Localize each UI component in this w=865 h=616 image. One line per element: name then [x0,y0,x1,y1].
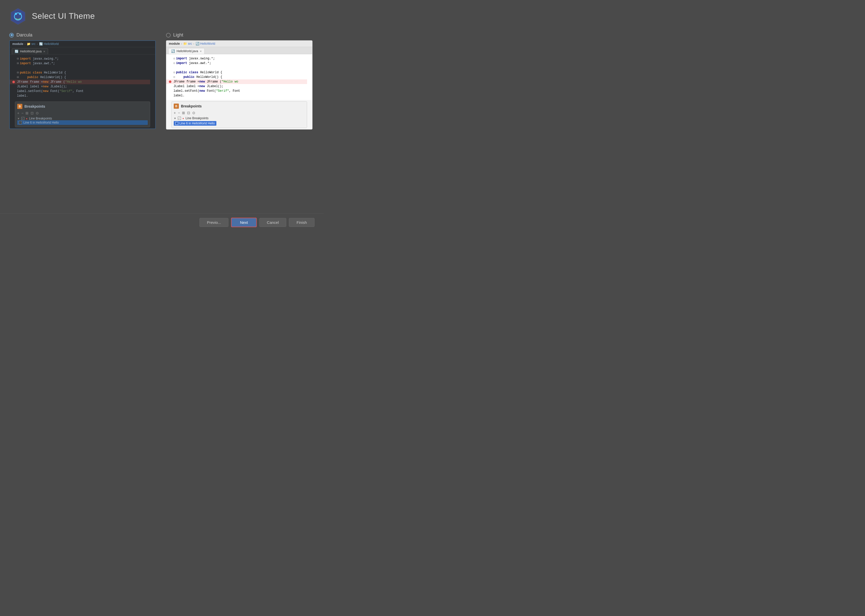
previous-button[interactable]: Previo... [199,218,228,227]
bp-line6-label-l: Line 6 in HelloWorld Hello [179,121,215,125]
darcula-tabs: 🔄 HelloWorld.java ✕ [10,47,155,55]
code-line-d5: JFrame frame = new JFrame ( "Hello wo [10,80,150,84]
bp-group-d[interactable]: ⊞ [25,111,28,115]
darcula-radio[interactable] [9,33,14,38]
bp-check-d2[interactable] [19,121,22,124]
bp-add-l[interactable]: + [174,111,176,115]
kw-l7: new [199,89,205,93]
fold-l1: ⊟ [173,57,175,61]
darcula-bp-item1: ▼ ● Line Breakpoints [17,117,148,120]
kw-l4: public [176,75,195,79]
str-d7: "Serif" [60,89,72,94]
fold-d1: ⊟ [17,57,19,61]
code-line-l4: ⊟ public HelloWorld() { [169,75,310,79]
code-d6b: JLabel(); [48,84,67,89]
code-l7c: , Font [229,89,240,93]
bp-add-d[interactable]: + [17,111,19,115]
fold-d2: ⊟ [17,61,19,66]
code-d7: label.setFont( [17,89,43,94]
code-line-d2: ⊟ import javax.awt.*; [13,61,153,66]
darcula-tab-label: HelloWorld.java [20,50,42,53]
fold-d3: ⊟ [17,71,19,75]
darcula-preview: module › 📁 src › 🔄 HelloWorld 🔄 HelloWor… [9,40,156,129]
bp-check-l1[interactable] [178,117,181,120]
code-d5a: JFrame frame = [17,80,43,84]
light-preview: module › 📁 src › 🔄 HelloWorld 🔄 HelloWor… [166,40,312,129]
code-d2: javax.awt.*; [31,61,55,66]
bp-export-l[interactable]: ⊡ [187,111,190,115]
bp-check-d1[interactable] [21,117,24,120]
kw-d4: public [20,75,38,80]
kw-d3: public class [20,71,42,75]
tab-icon-d: 🔄 [15,50,19,53]
code-line-l8: label. [169,93,310,98]
code-l1: javax.swing.*; [187,56,215,61]
header: Select UI Theme [0,0,324,30]
code-d7b: Font( [48,89,60,94]
breakpoint-dot-l [169,80,171,83]
bp-view-l[interactable]: ⊙ [192,111,195,115]
bp-group-l[interactable]: ⊞ [182,111,185,115]
code-line-d6: JLabel label = new JLabel(); [13,84,153,89]
code-line-l2: ⊟ import javax.awt.*; [169,61,310,66]
code-line-d7: label.setFont( new Font( "Serif" , Font [13,89,153,94]
code-line-d1: ⊟ import javax.swing.*; [13,57,153,61]
light-bp-selected: Line 6 in HelloWorld Hello [174,121,217,126]
bc-arrow-l2: › [193,42,194,45]
next-button[interactable]: Next [231,218,257,227]
code-l6: JLabel label = [173,84,199,89]
bp-line-label-d: Line Breakpoints [29,117,52,120]
light-label: Light [173,32,183,38]
code-line-l7: label.setFont( new Font( "Serif" , Font [169,89,310,93]
darcula-bp-toolbar: + − ⊞ ⊡ ⊙ [17,111,148,115]
code-l6b: JLabel(); [205,84,223,89]
bp-remove-d[interactable]: − [21,111,24,115]
light-tab-close[interactable]: ✕ [200,50,202,53]
code-line-d3: ⊟ public class HelloWorld { [13,71,153,75]
light-radio-label[interactable]: Light [166,32,312,38]
bp-triangle-l: ▼ [174,117,176,120]
finish-button[interactable]: Finish [289,218,314,227]
light-radio[interactable] [166,33,171,38]
code-line-l1: ⊟ import javax.swing.*; [169,56,310,61]
darcula-theme-panel: Darcula module › 📁 src › 🔄 HelloWorld [9,32,156,129]
footer: Previo... Next Cancel Finish [0,213,324,231]
code-line-l6: JLabel label = new JLabel(); [169,84,310,89]
fold-d4: ⊟ [17,75,19,80]
str-l7: "Serif" [216,89,229,93]
kw-l5: new [199,79,205,84]
code-blank-l [169,66,310,70]
code-d6: JLabel label = [17,84,43,89]
tab-icon-l: 🔄 [171,49,175,53]
darcula-tab-close[interactable]: ✕ [43,50,45,53]
code-d8: label. [17,94,28,98]
code-l5a: JFrame frame = [173,79,199,84]
bp-check-l2[interactable] [175,122,178,125]
bp-export-d[interactable]: ⊡ [31,111,34,115]
cancel-button[interactable]: Cancel [259,218,286,227]
code-d1: javax.swing.*; [31,57,59,61]
bc-src-l: 📁 src [183,42,192,46]
bc-src-d: 📁 src [27,42,36,46]
bp-dot-d: ● [26,117,28,120]
page-wrapper: Select UI Theme Darcula module › 📁 src [0,0,324,231]
themes-row: Darcula module › 📁 src › 🔄 HelloWorld [9,32,314,129]
code-line-l3: ⊟ public class HelloWorld { [169,70,310,75]
light-bp-label: Breakpoints [181,104,202,108]
darcula-bp-item2: Line 6 in HelloWorld Hello [17,120,148,125]
page-title: Select UI Theme [32,11,95,21]
bp-remove-l[interactable]: − [178,111,180,115]
bp-view-d[interactable]: ⊙ [36,111,39,115]
darcula-radio-label[interactable]: Darcula [9,32,156,38]
code-d5b: JFrame ( [48,80,65,84]
fold-l3: ⊟ [173,71,175,74]
code-l7: label.setFont( [173,89,199,93]
light-theme-panel: Light module › 📁 src › 🔄 HelloWorld � [166,32,312,129]
code-d4: HelloWorld() { [38,75,66,80]
bc-hw-l: 🔄 HelloWorld [196,42,215,46]
kw-l3: public class [176,70,198,75]
bc-arrow-l1: › [181,42,182,45]
code-blank-d [13,66,153,71]
bp-line6-label-d: Line 6 in HelloWorld Hello [24,121,59,124]
fold-l4: ⊟ [173,75,175,79]
